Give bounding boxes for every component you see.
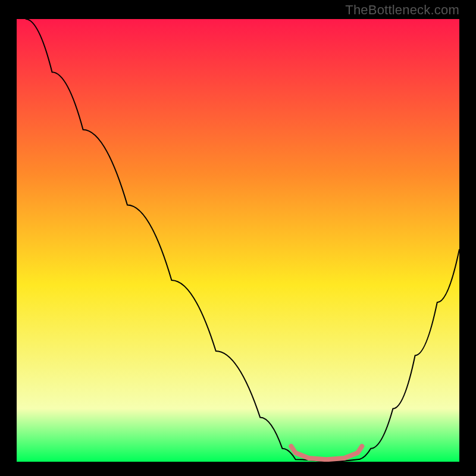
bottleneck-chart xyxy=(17,19,459,462)
gradient-background xyxy=(17,19,459,462)
watermark-text: TheBottleneck.com xyxy=(345,2,459,18)
chart-container: TheBottleneck.com xyxy=(0,0,476,476)
